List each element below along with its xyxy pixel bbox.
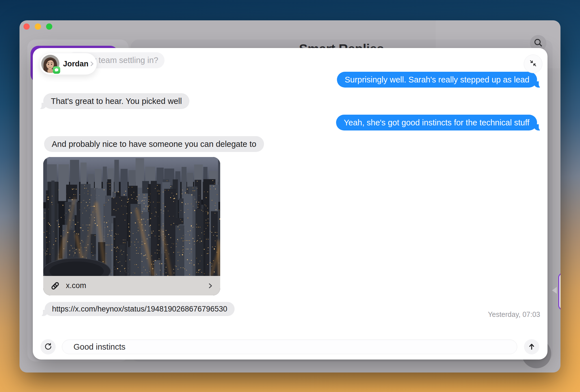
- messages-badge-icon: [53, 66, 60, 74]
- edge-popover-card: [558, 273, 560, 310]
- refresh-icon: [44, 342, 52, 352]
- ghost-message-text: w team settling in?: [90, 56, 158, 65]
- send-button[interactable]: [524, 339, 539, 354]
- refresh-suggestion-button[interactable]: [40, 339, 56, 354]
- link-domain: x.com: [66, 281, 86, 290]
- message-bubble-incoming: And probably nice to have someone you ca…: [44, 136, 264, 152]
- message-bubble-url[interactable]: https://x.com/heynox/status/194819026867…: [45, 302, 235, 316]
- search-icon: [533, 38, 543, 49]
- link-preview-card[interactable]: x.com: [43, 157, 220, 295]
- chat-overlay: w team settling in?: [33, 48, 547, 360]
- collapse-button[interactable]: [524, 55, 542, 73]
- chevron-right-icon: [207, 282, 214, 289]
- timestamp: Yesterday, 07:03: [488, 310, 540, 319]
- message-bubble-outgoing: Yeah, she's got good instincts for the t…: [336, 115, 537, 130]
- message-input[interactable]: [62, 339, 517, 354]
- contact-pill[interactable]: Jordan: [39, 53, 97, 75]
- chevron-right-icon: [88, 60, 95, 67]
- avatar: [41, 55, 59, 73]
- zoom-button[interactable]: [46, 23, 52, 30]
- contact-name: Jordan: [63, 60, 88, 68]
- close-button[interactable]: [23, 23, 30, 30]
- edge-card-arrow-icon: [552, 287, 557, 294]
- send-arrow-icon: [527, 342, 536, 352]
- link-preview-image: [43, 157, 220, 276]
- message-bubble-outgoing: Surprisingly well. Sarah's really steppe…: [337, 72, 537, 88]
- collapse-icon: [529, 59, 537, 69]
- link-icon: [49, 280, 61, 291]
- link-preview-bar[interactable]: x.com: [43, 276, 220, 295]
- minimize-button[interactable]: [35, 23, 41, 30]
- message-bubble-incoming: That's great to hear. You picked well: [43, 93, 189, 109]
